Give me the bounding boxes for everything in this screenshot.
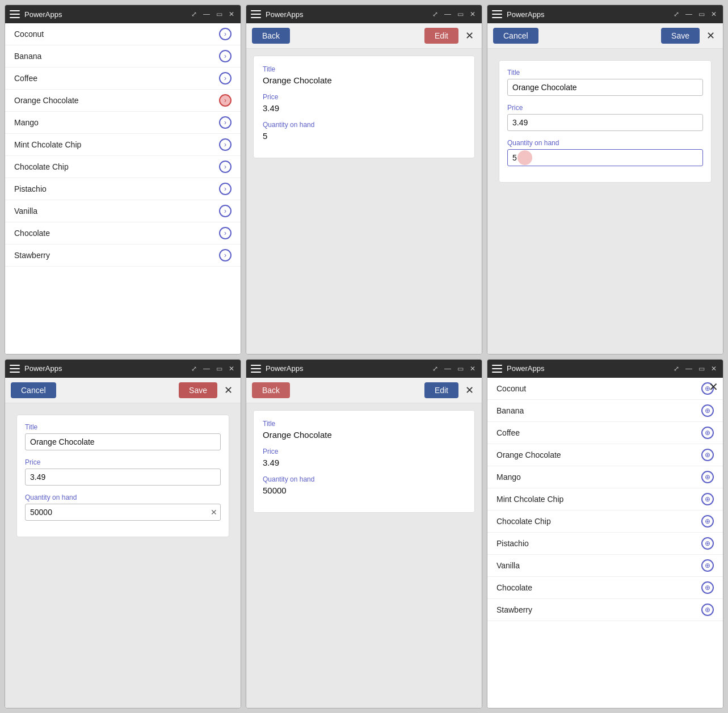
close-icon-2[interactable]: ✕: [468, 10, 477, 19]
item-arrow[interactable]: ›: [219, 205, 232, 217]
list-item-banana[interactable]: Banana ›: [5, 45, 241, 67]
item-arrow[interactable]: ⊕: [701, 471, 714, 483]
close-icon-6[interactable]: ✕: [709, 364, 718, 373]
close-button-3[interactable]: ✕: [704, 29, 717, 42]
item-arrow[interactable]: ⊕: [701, 449, 714, 461]
cancel-button-3[interactable]: Cancel: [493, 28, 538, 44]
list-close-btn-6[interactable]: ✕: [709, 380, 718, 394]
save-button-4[interactable]: Save: [179, 382, 217, 398]
expand-icon-2[interactable]: ⤢: [431, 10, 440, 19]
list-item-strawberry-6[interactable]: Stawberry ⊕: [487, 599, 723, 621]
item-arrow[interactable]: ⊕: [701, 404, 714, 417]
list-item-vanilla[interactable]: Vanilla ›: [5, 200, 241, 222]
expand-icon-1[interactable]: ⤢: [190, 10, 199, 19]
close-button-2[interactable]: ✕: [463, 29, 476, 42]
maximize-icon-2[interactable]: ▭: [456, 10, 465, 19]
window-6: PowerApps ⤢ — ▭ ✕ ✕ Coconut ⊕ Banana ⊕ C…: [487, 359, 723, 709]
expand-icon-3[interactable]: ⤢: [672, 10, 681, 19]
list-item-chocolate-6[interactable]: Chocolate ⊕: [487, 577, 723, 599]
item-arrow[interactable]: ›: [219, 28, 232, 40]
list-item-chocolate[interactable]: Chocolate ›: [5, 222, 241, 244]
list-item-choc-chip-6[interactable]: Chocolate Chip ⊕: [487, 511, 723, 533]
edit-button-5[interactable]: Edit: [424, 382, 458, 398]
item-arrow[interactable]: ›: [219, 116, 232, 129]
list-item-coconut-6[interactable]: Coconut ⊕: [487, 378, 723, 400]
item-arrow[interactable]: ›: [219, 72, 232, 85]
close-icon-4[interactable]: ✕: [227, 364, 236, 373]
toolbar-2: Back Edit ✕: [246, 23, 482, 49]
list-item-choc-chip[interactable]: Chocolate Chip ›: [5, 156, 241, 178]
menu-icon-3[interactable]: [492, 10, 502, 18]
list-item-coconut[interactable]: Coconut ›: [5, 23, 241, 45]
maximize-icon-6[interactable]: ▭: [697, 364, 706, 373]
item-arrow[interactable]: ›: [219, 161, 232, 173]
maximize-icon-3[interactable]: ▭: [697, 10, 706, 19]
maximize-icon-4[interactable]: ▭: [214, 364, 224, 373]
list-item-coffee-6[interactable]: Coffee ⊕: [487, 422, 723, 444]
close-button-4[interactable]: ✕: [222, 384, 235, 396]
item-label: Chocolate: [496, 583, 701, 592]
item-arrow[interactable]: ⊕: [701, 537, 714, 550]
item-arrow-highlighted[interactable]: ›: [219, 94, 232, 107]
menu-icon-1[interactable]: [10, 10, 20, 18]
save-button-3[interactable]: Save: [661, 28, 700, 44]
item-arrow[interactable]: ⊕: [701, 515, 714, 528]
list-item-orange-choc-6[interactable]: Orange Chocolate ⊕: [487, 444, 723, 466]
quantity-input-4[interactable]: [25, 504, 221, 521]
item-arrow[interactable]: ⊕: [701, 581, 714, 594]
close-button-5[interactable]: ✕: [463, 384, 476, 396]
back-button-2[interactable]: Back: [252, 28, 290, 44]
list-item-coffee[interactable]: Coffee ›: [5, 67, 241, 90]
price-input-3[interactable]: [507, 114, 703, 131]
list-item-banana-6[interactable]: Banana ⊕: [487, 400, 723, 422]
list-item-pistachio[interactable]: Pistachio ›: [5, 178, 241, 200]
title-input-3[interactable]: [507, 79, 703, 96]
titlebar-5: PowerApps ⤢ — ▭ ✕: [246, 360, 482, 378]
title-input-4[interactable]: [25, 433, 221, 450]
edit-button-2[interactable]: Edit: [424, 28, 458, 44]
menu-icon-6[interactable]: [492, 365, 502, 373]
item-arrow[interactable]: ›: [219, 249, 232, 261]
minimize-icon-4[interactable]: —: [202, 364, 211, 373]
close-icon-5[interactable]: ✕: [468, 364, 477, 373]
item-label: Chocolate: [14, 229, 219, 238]
item-arrow[interactable]: ›: [219, 138, 232, 151]
list-item-pistachio-6[interactable]: Pistachio ⊕: [487, 533, 723, 555]
list-item-mint[interactable]: Mint Chcolate Chip ›: [5, 134, 241, 156]
close-icon-3[interactable]: ✕: [709, 10, 718, 19]
minimize-icon-6[interactable]: —: [684, 364, 693, 373]
price-input-4[interactable]: [25, 469, 221, 486]
item-arrow[interactable]: ⊕: [701, 493, 714, 505]
menu-icon-2[interactable]: [251, 10, 261, 18]
maximize-icon-5[interactable]: ▭: [456, 364, 465, 373]
cancel-button-4[interactable]: Cancel: [11, 382, 56, 398]
item-arrow[interactable]: ⊕: [701, 559, 714, 572]
title-value-5: Orange Chocolate: [263, 430, 465, 440]
item-arrow[interactable]: ⊕: [701, 427, 714, 439]
menu-icon-4[interactable]: [10, 365, 20, 373]
list-item-vanilla-6[interactable]: Vanilla ⊕: [487, 555, 723, 577]
minimize-icon-1[interactable]: —: [202, 10, 211, 19]
clear-quantity-button-4[interactable]: ✕: [211, 508, 217, 517]
expand-icon-4[interactable]: ⤢: [190, 364, 199, 373]
item-arrow[interactable]: ›: [219, 183, 232, 195]
list-item-orange-choc[interactable]: Orange Chocolate ›: [5, 90, 241, 112]
item-arrow[interactable]: ›: [219, 50, 232, 62]
list-item-strawberry[interactable]: Stawberry ›: [5, 244, 241, 267]
list-item-mango[interactable]: Mango ›: [5, 112, 241, 134]
minimize-icon-2[interactable]: —: [443, 10, 452, 19]
close-icon-1[interactable]: ✕: [227, 10, 236, 19]
maximize-icon-1[interactable]: ▭: [214, 10, 224, 19]
expand-icon-5[interactable]: ⤢: [431, 364, 440, 373]
item-arrow[interactable]: ›: [219, 227, 232, 239]
item-arrow[interactable]: ⊕: [701, 604, 714, 616]
minimize-icon-3[interactable]: —: [684, 10, 693, 19]
edit-content-3: Title Price Quantity on hand: [487, 49, 723, 354]
quantity-input-3[interactable]: [507, 149, 703, 166]
minimize-icon-5[interactable]: —: [443, 364, 452, 373]
list-item-mango-6[interactable]: Mango ⊕: [487, 466, 723, 488]
list-item-mint-6[interactable]: Mint Chcolate Chip ⊕: [487, 488, 723, 511]
menu-icon-5[interactable]: [251, 365, 261, 373]
expand-icon-6[interactable]: ⤢: [672, 364, 681, 373]
back-button-5[interactable]: Back: [252, 382, 290, 398]
